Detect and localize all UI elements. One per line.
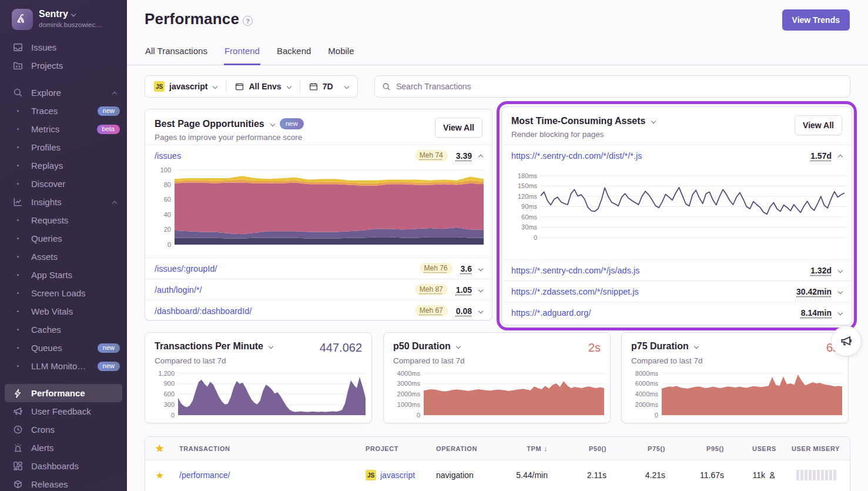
sidebar-item-metrics[interactable]: Metricsbeta xyxy=(0,120,127,138)
sidebar-item-traces[interactable]: Tracesnew xyxy=(0,102,127,120)
transaction-link[interactable]: /performance/ xyxy=(179,470,230,480)
releases-icon xyxy=(12,479,24,489)
sidebar-item-explore[interactable]: Explore xyxy=(0,83,127,102)
sidebar-item-queries[interactable]: Queries xyxy=(0,229,127,248)
javascript-project-icon: JS xyxy=(366,470,376,480)
score-badge[interactable]: Meh 67 xyxy=(415,305,448,316)
chevron-down-icon[interactable] xyxy=(478,266,483,270)
project-link[interactable]: javascript xyxy=(380,470,427,480)
sidebar-item-performance[interactable]: Performance xyxy=(5,384,122,402)
sidebar-item-caches[interactable]: Caches xyxy=(0,320,127,339)
opportunity-value[interactable]: 3.39 xyxy=(456,151,472,161)
opportunity-value[interactable]: 3.6 xyxy=(461,264,472,273)
chevron-down-icon[interactable] xyxy=(838,310,843,315)
sidebar-item-alerts[interactable]: Alerts xyxy=(0,439,127,457)
favorite-star-icon[interactable]: ★ xyxy=(145,470,175,481)
tab-mobile[interactable]: Mobile xyxy=(327,41,354,65)
column-user-misery[interactable]: USER MISERY xyxy=(787,445,850,452)
project-selector[interactable]: JS javascript xyxy=(145,76,226,97)
panel-subtitle: Compared to last 7d xyxy=(631,356,703,365)
siren-icon xyxy=(12,443,24,453)
tab-backend[interactable]: Backend xyxy=(276,41,311,65)
sidebar-item-queues[interactable]: Queuesnew xyxy=(0,339,127,357)
asset-link[interactable]: https://*.sentry-cdn.com/*/dist/*/*.js xyxy=(511,151,810,161)
view-all-button[interactable]: View All xyxy=(435,118,482,138)
sidebar-item-requests[interactable]: Requests xyxy=(0,211,127,229)
bullet-icon xyxy=(12,146,24,148)
chevron-up-icon[interactable] xyxy=(838,154,843,159)
p75-title-dropdown[interactable]: p75 Duration xyxy=(631,341,698,352)
new-badge: new xyxy=(98,362,120,371)
sidebar-item-projects[interactable]: Projects xyxy=(0,56,127,75)
tpm-title-dropdown[interactable]: Transactions Per Minute xyxy=(155,341,273,352)
chevron-down-icon[interactable] xyxy=(838,289,843,293)
view-all-button[interactable]: View All xyxy=(795,115,842,135)
opportunity-value[interactable]: 0.08 xyxy=(456,306,472,316)
bullet-icon xyxy=(12,110,24,112)
sidebar-item-app-starts[interactable]: App Starts xyxy=(0,266,127,284)
chevron-up-icon[interactable] xyxy=(112,201,117,205)
sidebar-item-replays[interactable]: Replays xyxy=(0,156,127,175)
tab-frontend[interactable]: Frontend xyxy=(224,41,260,65)
sidebar-item-releases[interactable]: Releases xyxy=(0,475,127,491)
column-tpm[interactable]: TPM ↓ xyxy=(496,444,561,453)
tab-all-transactions[interactable]: All Transactions xyxy=(145,41,208,65)
sidebar-item-issues[interactable]: Issues xyxy=(0,38,127,56)
column-users[interactable]: USERS xyxy=(737,445,787,452)
bullet-icon xyxy=(12,292,24,294)
date-range-selector[interactable]: 7D xyxy=(300,76,357,97)
page-header: Performance ? View Trends All Transactio… xyxy=(127,0,868,65)
opportunity-value[interactable]: 1.05 xyxy=(456,285,472,295)
transaction-link[interactable]: /auth/login/*/ xyxy=(155,285,415,295)
star-icon[interactable]: ★ xyxy=(145,443,175,454)
sidebar-item-crons[interactable]: Crons xyxy=(0,420,127,439)
chevron-up-icon[interactable] xyxy=(478,154,483,159)
score-badge[interactable]: Meh 87 xyxy=(415,284,448,295)
sidebar-item-profiles[interactable]: Profiles xyxy=(0,138,127,156)
sidebar-item-insights[interactable]: Insights xyxy=(0,193,127,211)
sidebar-item-screen-loads[interactable]: Screen Loads xyxy=(0,284,127,302)
column-p75[interactable]: P75() xyxy=(619,445,678,452)
transaction-link[interactable]: /issues/:groupId/ xyxy=(155,264,420,273)
search-input[interactable] xyxy=(396,82,843,91)
assets-title-dropdown[interactable]: Most Time-Consuming Assets xyxy=(511,116,842,126)
p50-title-dropdown[interactable]: p50 Duration xyxy=(393,341,460,352)
view-trends-button[interactable]: View Trends xyxy=(782,9,850,31)
sidebar-item-web-vitals[interactable]: Web Vitals xyxy=(0,302,127,320)
asset-link[interactable]: https://*.sentry-cdn.com/*/js/ads.js xyxy=(511,266,810,275)
score-badge[interactable]: Meh 74 xyxy=(415,150,448,161)
column-operation[interactable]: OPERATION xyxy=(431,445,496,452)
misery-bar xyxy=(825,470,828,480)
feedback-fab-button[interactable] xyxy=(831,326,862,356)
asset-time-value[interactable]: 8.14min xyxy=(801,308,832,318)
panel-title-text: p75 Duration xyxy=(631,341,689,352)
sidebar-item-user-feedback[interactable]: User Feedback xyxy=(0,402,127,420)
chevron-up-icon[interactable] xyxy=(112,91,117,96)
chevron-down-icon[interactable] xyxy=(478,308,483,313)
transaction-link[interactable]: /dashboard/:dashboardId/ xyxy=(155,306,415,316)
users-cell: 11k xyxy=(737,470,787,480)
org-switcher[interactable]: Sentry dominik.buszowiec… xyxy=(0,0,127,30)
environment-selector[interactable]: All Envs xyxy=(226,76,299,97)
column-p95[interactable]: P95() xyxy=(678,445,737,452)
column-transaction[interactable]: TRANSACTION xyxy=(175,445,361,452)
asset-link[interactable]: https://*.adguard.org/ xyxy=(511,308,801,318)
sidebar-item-discover[interactable]: Discover xyxy=(0,175,127,193)
asset-time-value[interactable]: 30.42min xyxy=(796,287,832,296)
asset-link[interactable]: https://*.zdassets.com/*/snippet.js xyxy=(511,287,796,296)
chevron-down-icon[interactable] xyxy=(478,287,483,292)
chevron-down-icon[interactable] xyxy=(838,268,843,272)
column-p50[interactable]: P50() xyxy=(561,445,619,452)
best-pages-title-dropdown[interactable]: Best Page Opportunities new xyxy=(155,118,482,129)
transaction-link[interactable]: /issues xyxy=(155,151,415,161)
sidebar-item-dashboards[interactable]: Dashboards xyxy=(0,457,127,475)
score-badge[interactable]: Meh 76 xyxy=(420,263,453,274)
sidebar-item-assets[interactable]: Assets xyxy=(0,248,127,266)
help-icon[interactable]: ? xyxy=(243,16,253,26)
asset-time-value[interactable]: 1.57d xyxy=(810,151,832,161)
asset-row-ads-js: https://*.sentry-cdn.com/*/js/ads.js 1.3… xyxy=(502,259,852,280)
sidebar-item-llm-monito[interactable]: LLM Monito…new xyxy=(0,357,127,375)
column-project[interactable]: PROJECT xyxy=(361,445,431,452)
asset-time-value[interactable]: 1.32d xyxy=(810,266,832,275)
p95-cell: 11.67s xyxy=(678,470,737,480)
